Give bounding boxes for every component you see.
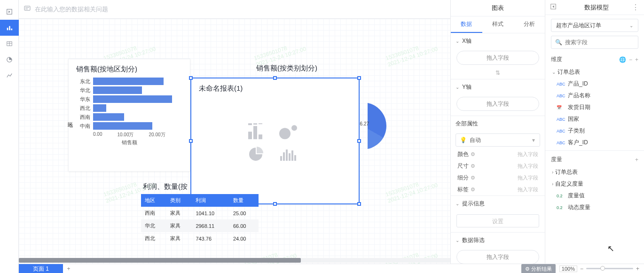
field-search-input[interactable] xyxy=(565,39,636,46)
table-title: 利润、数量(按 xyxy=(141,179,259,194)
filter-drop[interactable]: 拖入字段 xyxy=(456,250,539,264)
zoom-slider[interactable] xyxy=(586,268,633,269)
plus-icon[interactable]: + xyxy=(635,156,638,163)
resize-handle[interactable] xyxy=(273,76,277,80)
cfg-tab-data[interactable]: 数据 xyxy=(451,16,482,33)
placeholder-pie-icon xyxy=(247,146,269,163)
resize-handle[interactable] xyxy=(357,139,361,143)
placeholder-bubble-icon xyxy=(278,123,300,140)
plus-icon[interactable]: + xyxy=(635,56,638,63)
svg-rect-30 xyxy=(294,155,296,161)
calendar-icon: 📅 xyxy=(557,105,565,110)
swap-axes-icon[interactable]: ⇅ xyxy=(451,70,545,79)
gear-icon: ⚙ xyxy=(525,264,530,273)
cfg-yaxis-head[interactable]: ⌄Y轴 xyxy=(451,79,545,95)
dim-field[interactable]: ABC客户_ID xyxy=(545,137,644,148)
bar-x-axis-label: 销售额 xyxy=(76,139,182,146)
svg-marker-1 xyxy=(8,10,10,13)
zoom-percent[interactable]: 100% xyxy=(559,265,577,272)
meas-group-toggle[interactable]: ›自定义度量 xyxy=(545,178,644,190)
svg-rect-27 xyxy=(286,149,288,161)
svg-rect-18 xyxy=(253,126,257,139)
svg-point-24 xyxy=(291,125,297,131)
svg-rect-25 xyxy=(280,156,282,161)
zoom-thumb[interactable] xyxy=(600,266,605,271)
svg-rect-8 xyxy=(24,6,30,10)
field-search[interactable]: 🔍 xyxy=(551,36,638,49)
cfg-allattr-head[interactable]: 全部属性 xyxy=(451,116,545,132)
gear-icon[interactable]: ⚙ xyxy=(471,187,475,193)
dim-field[interactable]: ABC子类别 xyxy=(545,125,644,137)
svg-rect-20 xyxy=(248,123,252,125)
rail-table-icon[interactable] xyxy=(0,36,19,52)
panel-collapse-icon[interactable] xyxy=(550,3,557,12)
table-row[interactable]: 华北家具2968.1166.00 xyxy=(141,219,259,232)
gear-icon[interactable]: ⚙ xyxy=(471,175,475,181)
zoom-in-button[interactable]: + xyxy=(636,265,639,272)
datamodel-select[interactable]: 超市产品地区订单⌄ xyxy=(551,19,638,32)
bulb-icon: 💡 xyxy=(460,137,467,143)
dimension-header: 维度 🌐−+ xyxy=(545,53,644,66)
table-row[interactable]: 西南家具1041.1025.00 xyxy=(141,207,259,219)
dim-field[interactable]: ABC国家 xyxy=(545,113,644,125)
cfg-panel-title: 图表 xyxy=(451,0,545,16)
rail-pie-icon[interactable] xyxy=(0,52,19,68)
question-input[interactable] xyxy=(35,6,185,13)
resize-handle[interactable] xyxy=(189,139,193,143)
resize-handle[interactable] xyxy=(357,76,361,80)
cfg-filter-head[interactable]: ⌄数据筛选 xyxy=(451,233,545,248)
bar-chart-card[interactable]: 销售额(按地区划分) 地区 东北 华北 华东 西北 西南 中南 0.00 10.… xyxy=(68,59,190,172)
auto-chart-select[interactable]: 💡自动▼ xyxy=(456,133,540,147)
canvas-h-scrollbar[interactable] xyxy=(19,258,450,263)
svg-rect-19 xyxy=(259,134,262,139)
rail-line-icon[interactable] xyxy=(0,68,19,84)
more-icon[interactable]: ⋮ xyxy=(632,3,639,12)
attr-detail[interactable]: 细分⚙拖入字段 xyxy=(451,172,545,184)
resize-handle[interactable] xyxy=(357,202,361,206)
placeholder-title: 未命名报表(1) xyxy=(191,78,359,95)
rail-barchart-icon[interactable] xyxy=(0,20,19,36)
dim-field[interactable]: ABC产品_ID xyxy=(545,78,644,90)
minus-icon[interactable]: − xyxy=(629,56,632,63)
cfg-xaxis-head[interactable]: ⌄X轴 xyxy=(451,33,545,49)
attr-label[interactable]: 标签⚙拖入字段 xyxy=(451,184,545,195)
question-icon xyxy=(24,5,31,14)
gear-icon[interactable]: ⚙ xyxy=(471,163,475,169)
svg-rect-26 xyxy=(283,152,285,161)
chevron-down-icon: ▼ xyxy=(531,138,536,143)
globe-icon[interactable]: 🌐 xyxy=(619,56,626,63)
scrollbar-thumb[interactable] xyxy=(19,258,301,263)
table-row[interactable]: 西北家具743.7624.00 xyxy=(141,232,259,245)
cfg-tooltip-head[interactable]: ⌄提示信息 xyxy=(451,196,545,211)
meas-field[interactable]: 0.2动态度量 xyxy=(545,202,644,213)
canvas-area[interactable]: 15336501078 2021-12-24 10:27:00 15336501… xyxy=(19,19,450,264)
resize-handle[interactable] xyxy=(189,76,193,80)
svg-rect-29 xyxy=(291,150,293,161)
tooltip-settings-button[interactable]: 设置 xyxy=(456,214,539,227)
dim-field[interactable]: ABC产品名称 xyxy=(545,90,644,101)
analyze-result-button[interactable]: ⚙分析结果 xyxy=(521,264,556,273)
cfg-tab-analyze[interactable]: 分析 xyxy=(513,16,545,33)
rail-collapse-icon[interactable] xyxy=(0,4,19,20)
chevron-down-icon: ⌄ xyxy=(629,23,633,28)
attr-size[interactable]: 尺寸⚙拖入字段 xyxy=(451,160,545,172)
gear-icon[interactable]: ⚙ xyxy=(471,151,475,157)
bar-chart-title: 销售额(按地区划分) xyxy=(69,59,190,76)
svg-rect-28 xyxy=(289,153,291,161)
dim-group-toggle[interactable]: ⌄订单总表 xyxy=(545,66,644,78)
attr-color[interactable]: 颜色⚙拖入字段 xyxy=(451,148,545,160)
dim-field[interactable]: 📅发货日期 xyxy=(545,101,644,113)
yaxis-drop[interactable]: 拖入字段 xyxy=(456,97,539,111)
meas-field[interactable]: 0.2度量值 xyxy=(545,190,644,202)
meas-group-toggle[interactable]: ›订单总表 xyxy=(545,166,644,178)
zoom-out-button[interactable]: − xyxy=(580,265,583,272)
svg-rect-22 xyxy=(259,123,262,124)
svg-rect-17 xyxy=(248,132,252,139)
resize-handle[interactable] xyxy=(273,202,277,206)
profit-qty-table[interactable]: 利润、数量(按 地区 类别 利润 数量 西南家具1041.1025.00 华北家… xyxy=(141,179,259,245)
page-tab[interactable]: 页面 1 xyxy=(19,264,63,273)
xaxis-drop[interactable]: 拖入字段 xyxy=(456,51,539,65)
cfg-tab-style[interactable]: 样式 xyxy=(482,16,514,33)
svg-rect-2 xyxy=(7,28,8,30)
add-page-button[interactable]: + xyxy=(63,265,74,272)
